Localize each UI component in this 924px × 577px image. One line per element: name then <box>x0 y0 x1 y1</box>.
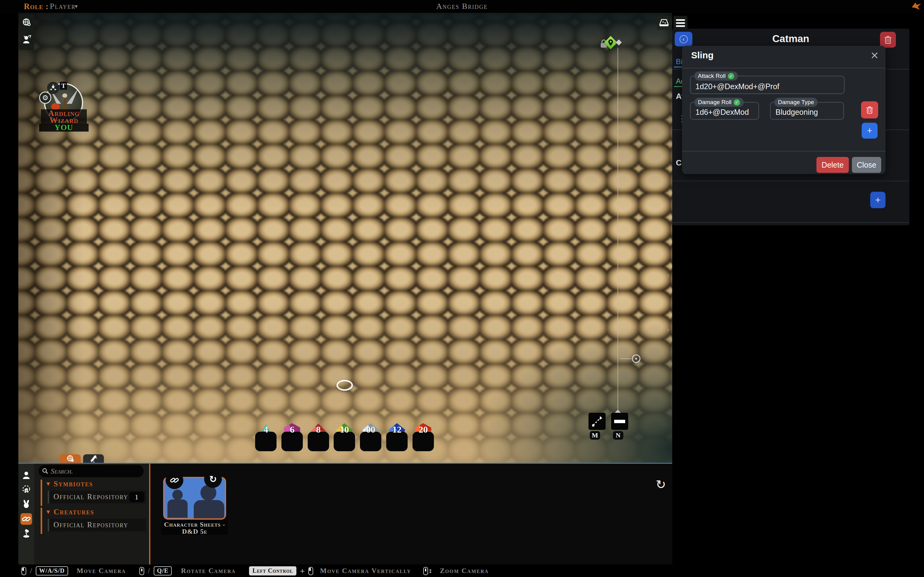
card-art-silhouette <box>194 500 224 520</box>
attack-roll-field[interactable]: Attack Roll ✓ 1d20+@DexMod+@Prof <box>690 76 845 94</box>
mouse-middle-button-icon <box>139 567 144 575</box>
search-input[interactable] <box>51 467 133 475</box>
damage-type-field[interactable]: Damage Type Bludgeoning <box>770 102 844 120</box>
trash-icon <box>884 35 892 44</box>
location-pin-icon <box>608 39 614 46</box>
person-icon <box>22 471 31 480</box>
attack-roll-label: Attack Roll <box>698 73 726 79</box>
dialog-divider <box>682 151 885 152</box>
collapse-triangle-icon[interactable]: ▼ <box>47 481 51 487</box>
camera-controls-bar: / W/A/S/D Move Camera / Q/E Rotate Camer… <box>21 565 489 577</box>
attack-edit-dialog: Sling × Attack Roll ✓ 1d20+@DexMod+@Prof… <box>682 46 885 174</box>
repo-label: Official Repository <box>53 521 128 529</box>
globe-pin-icon <box>66 455 74 463</box>
search-icon <box>42 468 48 474</box>
symbiotes-official-repository-row[interactable]: Official Repository 1 <box>48 491 146 503</box>
mouse-left-button-icon <box>308 567 313 575</box>
ruler-icon <box>591 416 603 427</box>
damage-type-label-pill: Damage Type <box>774 98 818 107</box>
card-title-line2: D&D 5e <box>162 528 228 535</box>
die-d12-label: 12 <box>386 424 408 435</box>
section-symbiotes[interactable]: ▼Symbiotes <box>47 480 93 488</box>
die-d6-label: 6 <box>281 424 303 435</box>
person-question-icon: ? <box>22 34 32 44</box>
add-damage-row-button[interactable]: + <box>862 123 877 139</box>
measure-tool-button[interactable] <box>588 413 606 430</box>
panel-expand-chevron[interactable]: › <box>667 271 670 280</box>
collapse-triangle-icon[interactable]: ▼ <box>47 509 51 515</box>
dialog-close-icon[interactable]: × <box>870 49 879 61</box>
move-camera-label: Move Camera <box>77 567 126 575</box>
section-symbiotes-label: Symbiotes <box>54 480 93 488</box>
world-browser-button[interactable] <box>21 17 32 28</box>
close-dialog-button[interactable]: Close <box>852 157 881 173</box>
die-d4-label: 4 <box>255 424 276 435</box>
card-link-button[interactable] <box>166 471 183 489</box>
rail-symbiotes-button[interactable] <box>21 513 32 525</box>
delete-attack-button[interactable]: Delete <box>816 157 849 173</box>
section-creatures-label: Creatures <box>54 508 94 516</box>
token-art <box>62 93 67 98</box>
token-settings-gear-icon[interactable]: ⚙ <box>39 92 51 104</box>
refresh-icon: ↻ <box>209 474 216 485</box>
panel-divider <box>672 181 909 181</box>
zoom-camera-label: Zoom Camera <box>440 567 489 575</box>
measure-hotkey-badge: M <box>590 431 600 440</box>
mouse-left-button-icon <box>21 567 26 575</box>
token-hotkey-badge: T <box>60 82 67 90</box>
link-icon <box>22 514 31 524</box>
dragon-brand-icon <box>911 1 922 10</box>
character-delete-button[interactable] <box>880 32 896 48</box>
damage-roll-field[interactable]: Damage Roll ✓ 1d6+@DexMod <box>690 102 759 120</box>
creatures-official-repository-row[interactable]: Official Repository <box>48 519 146 532</box>
trash-icon <box>866 106 873 114</box>
role-selector[interactable]: Player <box>50 2 76 11</box>
repo-count-badge: 1 <box>129 492 144 502</box>
damage-type-value[interactable]: Bludgeoning <box>775 108 818 117</box>
main-menu-button[interactable] <box>674 16 688 30</box>
attack-roll-value[interactable]: 1d20+@DexMod+@Prof <box>695 82 779 91</box>
menu-bar-icon <box>676 22 685 24</box>
role-dropdown-caret-icon[interactable]: ▼ <box>74 4 79 9</box>
cobblestone-ground <box>18 13 672 463</box>
dice-tray-icon <box>659 19 669 27</box>
npc-help-button[interactable]: ? <box>21 34 32 45</box>
library-refresh-icon[interactable]: ↻ <box>656 477 666 492</box>
token-move-arrows-icon[interactable] <box>47 82 59 94</box>
character-name-title: Catman <box>672 33 909 45</box>
panel-expand-chevron[interactable]: › <box>667 326 670 334</box>
die-d100-label: 00 <box>360 424 381 435</box>
attack-roll-label-pill: Attack Roll ✓ <box>694 71 738 81</box>
map-canvas[interactable] <box>18 13 672 463</box>
die-d10-label: 10 <box>334 424 355 435</box>
card-refresh-button[interactable]: ↻ <box>204 470 222 488</box>
rail-select-button[interactable] <box>21 484 32 495</box>
tab-library[interactable] <box>60 454 81 463</box>
rail-characters-button[interactable] <box>21 469 32 481</box>
damage-roll-label: Damage Roll <box>698 99 732 106</box>
flatten-bar-icon <box>614 420 625 423</box>
add-custom-roll-button[interactable]: + <box>870 192 885 208</box>
damage-roll-value[interactable]: 1d6+@DexMod <box>695 108 749 117</box>
token-art <box>66 89 78 104</box>
move-camera-vertically-label: Move Camera Vertically <box>320 567 411 575</box>
dialog-title: Sling <box>691 50 714 60</box>
delete-damage-row-button[interactable] <box>861 102 878 118</box>
slash-separator: / <box>148 567 150 575</box>
role-label: Role : <box>24 2 48 11</box>
rail-ruins-button[interactable] <box>21 528 32 540</box>
flatten-tool-button[interactable] <box>611 413 628 430</box>
panel-divider <box>672 222 909 223</box>
dice-tray-toggle-button[interactable] <box>657 16 671 30</box>
top-bar: Role : Player ▼ Anges Bridge <box>0 0 924 13</box>
tree-panel-accent-edge <box>149 464 150 564</box>
card-art-silhouette <box>168 500 187 518</box>
menu-bar-icon <box>676 19 685 21</box>
board-title: Anges Bridge <box>416 2 508 11</box>
keycap-left-control: Left Control <box>249 566 296 575</box>
tab-paint[interactable] <box>83 454 104 463</box>
search-bar[interactable] <box>39 465 144 477</box>
gizmo-target-reticle[interactable] <box>632 355 640 363</box>
section-creatures[interactable]: ▼Creatures <box>47 508 94 516</box>
rail-creatures-button[interactable] <box>21 498 32 510</box>
